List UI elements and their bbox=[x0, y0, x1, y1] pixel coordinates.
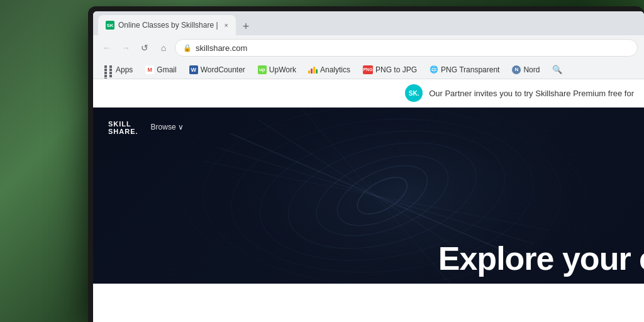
bookmark-apps-label: Apps bbox=[116, 65, 133, 74]
bookmark-png-jpg[interactable]: PNG PNG to JPG bbox=[358, 64, 422, 75]
notification-bar: SK. Our Partner invites you to try Skill… bbox=[93, 79, 644, 108]
bookmark-analytics[interactable]: Analytics bbox=[304, 64, 355, 75]
png-jpg-icon: PNG bbox=[363, 65, 373, 74]
bookmark-nord[interactable]: N Nord bbox=[507, 64, 545, 75]
bookmark-png-trans-label: PNG Transparent bbox=[441, 65, 499, 74]
forward-button[interactable]: → bbox=[118, 40, 133, 55]
address-bar[interactable]: 🔒 skillshare.com bbox=[175, 39, 638, 57]
browse-chevron-icon: ∨ bbox=[178, 123, 184, 131]
home-button[interactable]: ⌂ bbox=[156, 40, 171, 55]
skillshare-logo: SKILL SHARE. bbox=[108, 120, 138, 135]
bookmark-nord-label: Nord bbox=[523, 65, 540, 74]
laptop-screen: SK Online Classes by Skillshare | × + ← … bbox=[93, 11, 644, 322]
tab-title: Online Classes by Skillshare | bbox=[118, 21, 218, 30]
bookmark-gmail[interactable]: M Gmail bbox=[140, 64, 181, 75]
tab-close-button[interactable]: × bbox=[225, 21, 228, 29]
bookmark-wordcounter[interactable]: W WordCounter bbox=[184, 64, 250, 75]
bookmark-gmail-label: Gmail bbox=[157, 65, 176, 74]
browser-chrome: SK Online Classes by Skillshare | × + ← … bbox=[93, 11, 644, 108]
website-content: SKILL SHARE. Browse ∨ Explore your c bbox=[93, 108, 644, 284]
bookmark-wordcounter-label: WordCounter bbox=[201, 65, 245, 74]
new-tab-button[interactable]: + bbox=[237, 18, 255, 35]
search-icon: 🔍 bbox=[552, 65, 562, 74]
bookmark-upwork[interactable]: up UpWork bbox=[253, 64, 301, 75]
laptop-frame: SK Online Classes by Skillshare | × + ← … bbox=[88, 6, 644, 322]
browse-button[interactable]: Browse ∨ bbox=[151, 123, 184, 131]
tab-favicon: SK bbox=[106, 21, 114, 30]
nord-icon: N bbox=[512, 65, 521, 74]
apps-icon bbox=[104, 65, 113, 74]
bookmark-analytics-label: Analytics bbox=[320, 65, 350, 74]
png-trans-icon: 🌐 bbox=[430, 65, 438, 74]
bookmark-apps[interactable]: Apps bbox=[99, 64, 138, 75]
wordcounter-icon: W bbox=[189, 65, 198, 74]
back-button[interactable]: ← bbox=[99, 40, 114, 55]
analytics-icon bbox=[309, 65, 318, 74]
tab-bar: SK Online Classes by Skillshare | × + bbox=[93, 11, 644, 35]
skillshare-logo-text: SKILL SHARE. bbox=[108, 120, 138, 135]
reload-button[interactable]: ↺ bbox=[137, 40, 152, 55]
bookmark-png-trans[interactable]: 🌐 PNG Transparent bbox=[425, 64, 504, 75]
browse-label: Browse bbox=[151, 123, 176, 131]
notification-text: Our Partner invites you to try Skillshar… bbox=[429, 89, 634, 98]
gmail-icon: M bbox=[145, 65, 154, 74]
bookmark-search[interactable]: 🔍 bbox=[547, 64, 567, 75]
upwork-icon: up bbox=[258, 65, 267, 74]
bookmark-png-jpg-label: PNG to JPG bbox=[375, 65, 417, 74]
bookmarks-bar: Apps M Gmail W WordCounter up UpWork bbox=[93, 60, 644, 79]
skillshare-badge: SK. bbox=[405, 84, 423, 102]
browser-tab-skillshare[interactable]: SK Online Classes by Skillshare | × bbox=[98, 15, 236, 35]
hero-text: Explore your c bbox=[438, 240, 644, 277]
bookmark-upwork-label: UpWork bbox=[269, 65, 296, 74]
url-text: skillshare.com bbox=[196, 43, 247, 53]
address-bar-row: ← → ↺ ⌂ 🔒 skillshare.com bbox=[93, 35, 644, 60]
lock-icon: 🔒 bbox=[183, 44, 192, 52]
